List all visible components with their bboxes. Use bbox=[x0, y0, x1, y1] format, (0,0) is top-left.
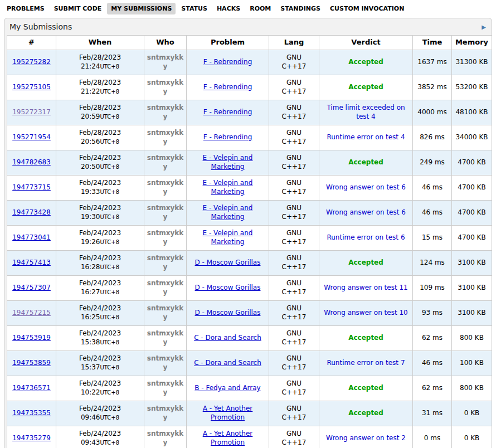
submission-id-link[interactable]: 194757307 bbox=[12, 284, 51, 291]
submission-id-link[interactable]: 195275105 bbox=[12, 83, 51, 91]
time-consumed: 62 ms bbox=[413, 326, 452, 351]
problem-link[interactable]: A - Yet Another Promotion bbox=[203, 405, 253, 421]
submission-date: Feb/24/2023 bbox=[59, 204, 142, 213]
problem-link[interactable]: E - Velepin and Marketing bbox=[203, 204, 253, 221]
problem-link[interactable]: E - Velepin and Marketing bbox=[203, 179, 253, 196]
submission-lang: GNU C++17 bbox=[277, 279, 312, 296]
table-row: 195275105 Feb/28/2023 21:22UTC+8 sntmxyk… bbox=[7, 75, 492, 100]
submission-lang: GNU C++17 bbox=[277, 79, 312, 96]
problem-link[interactable]: A - Yet Another Promotion bbox=[203, 430, 253, 446]
submission-date: Feb/24/2023 bbox=[59, 405, 142, 413]
submission-id-link[interactable]: 194736571 bbox=[12, 384, 51, 392]
submission-lang: GNU C++17 bbox=[277, 179, 312, 196]
nav-item-submit-code[interactable]: SUBMIT CODE bbox=[50, 3, 106, 14]
author-link[interactable]: sntmxykky bbox=[147, 104, 183, 120]
problem-link[interactable]: E - Velepin and Marketing bbox=[203, 154, 253, 171]
author-link[interactable]: sntmxykky bbox=[147, 53, 183, 70]
verdict-text: Accepted bbox=[348, 384, 383, 392]
submission-id-link[interactable]: 194757215 bbox=[12, 309, 51, 316]
memory-consumed: 4700 KB bbox=[452, 201, 492, 226]
submission-id-link[interactable]: 194735279 bbox=[12, 434, 51, 442]
author-link[interactable]: sntmxykky bbox=[147, 405, 183, 421]
submission-id-link[interactable]: 194773041 bbox=[12, 233, 51, 241]
submission-time: 21:22 bbox=[81, 87, 100, 95]
header-time: Time bbox=[413, 36, 452, 50]
author-link[interactable]: sntmxykky bbox=[147, 329, 183, 346]
memory-consumed: 800 KB bbox=[452, 376, 492, 401]
verdict-text: Runtime error on test 7 bbox=[327, 359, 405, 367]
problem-link[interactable]: F - Rebrending bbox=[203, 58, 252, 66]
author-link[interactable]: sntmxykky bbox=[147, 430, 183, 446]
submission-lang: GNU C++17 bbox=[277, 329, 312, 347]
submission-lang: GNU C++17 bbox=[277, 304, 312, 322]
submission-id-link[interactable]: 195272317 bbox=[12, 108, 51, 116]
memory-consumed: 0 KB bbox=[452, 401, 492, 426]
header-memory: Memory bbox=[452, 36, 492, 50]
submission-id-link[interactable]: 194773715 bbox=[12, 183, 51, 191]
expand-arrow-icon[interactable]: ▶ bbox=[482, 23, 486, 31]
submission-lang: GNU C++17 bbox=[277, 104, 312, 121]
author-link[interactable]: sntmxykky bbox=[147, 354, 183, 371]
author-link[interactable]: sntmxykky bbox=[147, 79, 183, 95]
submission-id-link[interactable]: 194773428 bbox=[12, 208, 51, 216]
submission-id-link[interactable]: 194753859 bbox=[12, 359, 51, 367]
submission-time: 15:38 bbox=[81, 338, 100, 346]
author-link[interactable]: sntmxykky bbox=[147, 179, 183, 196]
submission-lang: GNU C++17 bbox=[277, 204, 312, 221]
problem-link[interactable]: B - Fedya and Array bbox=[194, 384, 260, 392]
author-link[interactable]: sntmxykky bbox=[147, 154, 183, 171]
table-header: # When Who Problem Lang Verdict Time Mem… bbox=[7, 36, 492, 50]
submission-date: Feb/24/2023 bbox=[59, 329, 142, 338]
problem-link[interactable]: F - Rebrending bbox=[203, 133, 252, 141]
table-row: 194735279 Feb/24/2023 09:43UTC+8 sntmxyk… bbox=[7, 426, 492, 448]
time-consumed: 31 ms bbox=[413, 401, 452, 426]
author-link[interactable]: sntmxykky bbox=[147, 204, 183, 221]
nav-item-status[interactable]: STATUS bbox=[177, 3, 211, 14]
nav-item-custom-invocation[interactable]: CUSTOM INVOCATION bbox=[326, 3, 408, 14]
submission-when: Feb/24/2023 20:50UTC+8 bbox=[56, 150, 144, 176]
author-link[interactable]: sntmxykky bbox=[147, 254, 183, 271]
submission-time: 16:28 bbox=[81, 263, 100, 271]
problem-link[interactable]: E - Velepin and Marketing bbox=[203, 229, 253, 246]
verdict-text: Wrong answer on test 10 bbox=[324, 309, 407, 316]
submission-when: Feb/24/2023 16:27UTC+8 bbox=[56, 276, 144, 301]
table-row: 194753859 Feb/24/2023 15:37UTC+8 sntmxyk… bbox=[7, 351, 492, 376]
author-link[interactable]: sntmxykky bbox=[147, 279, 183, 296]
nav-item-standings[interactable]: STANDINGS bbox=[276, 3, 324, 14]
author-link[interactable]: sntmxykky bbox=[147, 304, 183, 321]
verdict-text: Wrong answer on test 6 bbox=[326, 208, 406, 216]
submission-lang: GNU C++17 bbox=[277, 354, 312, 372]
problem-link[interactable]: F - Rebrending bbox=[203, 108, 252, 116]
author-link[interactable]: sntmxykky bbox=[147, 129, 183, 145]
problem-link[interactable]: C - Dora and Search bbox=[194, 359, 261, 367]
submission-id-link[interactable]: 195275282 bbox=[12, 58, 51, 66]
submission-id-link[interactable]: 195271954 bbox=[12, 133, 51, 141]
submission-time: 19:26 bbox=[81, 238, 100, 246]
author-link[interactable]: sntmxykky bbox=[147, 229, 183, 246]
submission-time: 09:43 bbox=[81, 439, 100, 446]
submission-date: Feb/24/2023 bbox=[59, 354, 142, 363]
submission-timezone: UTC+8 bbox=[100, 364, 120, 371]
table-row: 194736571 Feb/24/2023 10:22UTC+8 sntmxyk… bbox=[7, 376, 492, 401]
problem-link[interactable]: F - Rebrending bbox=[203, 83, 252, 91]
problem-link[interactable]: D - Moscow Gorillas bbox=[195, 284, 261, 291]
submission-id-link[interactable]: 194782683 bbox=[12, 158, 51, 166]
submission-date: Feb/24/2023 bbox=[59, 430, 142, 439]
nav-item-my-submissions[interactable]: MY SUBMISSIONS bbox=[107, 3, 176, 14]
author-link[interactable]: sntmxykky bbox=[147, 379, 183, 396]
problem-link[interactable]: D - Moscow Gorillas bbox=[195, 259, 261, 266]
table-row: 194753919 Feb/24/2023 15:38UTC+8 sntmxyk… bbox=[7, 326, 492, 351]
time-consumed: 1637 ms bbox=[413, 50, 452, 75]
problem-link[interactable]: C - Dora and Search bbox=[194, 334, 261, 342]
nav-item-room[interactable]: ROOM bbox=[246, 3, 275, 14]
time-consumed: 3852 ms bbox=[413, 75, 452, 100]
submission-when: Feb/24/2023 16:28UTC+8 bbox=[56, 251, 144, 276]
submission-id-link[interactable]: 194753919 bbox=[12, 334, 51, 342]
submission-id-link[interactable]: 194735355 bbox=[12, 409, 51, 417]
submission-timezone: UTC+8 bbox=[100, 214, 120, 220]
problem-link[interactable]: D - Moscow Gorillas bbox=[195, 309, 261, 316]
submissions-table: # When Who Problem Lang Verdict Time Mem… bbox=[7, 35, 492, 448]
submission-id-link[interactable]: 194757413 bbox=[12, 259, 51, 266]
nav-item-hacks[interactable]: HACKS bbox=[213, 3, 244, 14]
nav-item-problems[interactable]: PROBLEMS bbox=[3, 3, 48, 14]
